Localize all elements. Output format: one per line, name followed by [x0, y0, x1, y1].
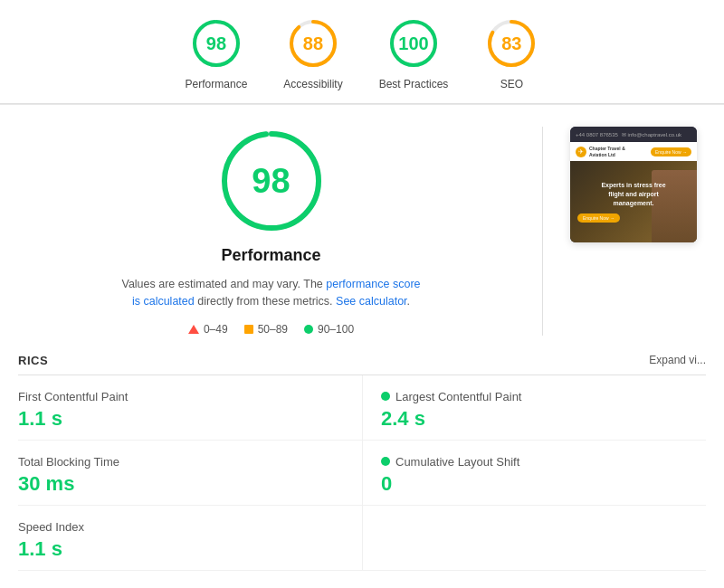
screenshot-phone: +44 0807 876535 [576, 132, 618, 138]
score-label-performance: Performance [186, 78, 248, 90]
screenshot-navbar: ✈ Chapter Travel &Aviation Ltd Enquire N… [570, 142, 697, 161]
fail-icon [188, 325, 199, 334]
fail-range: 0–49 [204, 323, 228, 336]
metric-lcp: Largest Contentful Paint 2.4 s [362, 375, 706, 441]
screenshot-hero-btn: Enquire Now → [577, 213, 620, 223]
desc-text1: Values are estimated and may vary. The [121, 278, 322, 290]
score-label-seo: SEO [500, 78, 523, 90]
screenshot-topbar: +44 0807 876535 ✉ info@chaptravel.co.uk [570, 127, 697, 142]
metric-cls-label: Cumulative Layout Shift [381, 455, 706, 469]
pass-icon [304, 325, 313, 334]
website-screenshot: +44 0807 876535 ✉ info@chaptravel.co.uk … [570, 127, 697, 242]
score-item-best-practices[interactable]: 100 Best Practices [379, 16, 449, 90]
metric-cls: Cumulative Layout Shift 0 [362, 441, 706, 506]
metric-si-value: 1.1 s [18, 537, 344, 561]
metric-lcp-dot [381, 392, 390, 401]
score-bar: 98 Performance 88 Accessibility 100 Best [0, 0, 724, 104]
score-value-accessibility: 88 [303, 33, 323, 54]
right-panel: +44 0807 876535 ✉ info@chaptravel.co.uk … [561, 127, 706, 336]
desc-text-mid: directly from these metrics. [197, 295, 332, 308]
score-item-accessibility[interactable]: 88 Accessibility [283, 16, 342, 90]
metrics-section: RICS Expand vi... First Contentful Paint… [0, 345, 724, 571]
metric-fcp-value: 1.1 s [18, 407, 344, 431]
screenshot-hero-text: Experts in stress freeflight and airport… [577, 181, 690, 207]
metrics-header: RICS Expand vi... [18, 345, 706, 375]
screenshot-hero: Experts in stress freeflight and airport… [570, 161, 697, 242]
calc-link[interactable]: See calculator [336, 295, 407, 308]
metrics-title: RICS [18, 354, 48, 367]
metric-fcp-label: First Contentful Paint [18, 390, 344, 403]
expand-view-link[interactable]: Expand vi... [649, 354, 706, 366]
average-range: 50–89 [258, 323, 288, 336]
legend-fail: 0–49 [188, 323, 228, 336]
legend-pass: 90–100 [304, 323, 354, 336]
big-score-value: 98 [252, 162, 290, 201]
score-label-best-practices: Best Practices [379, 78, 449, 90]
score-circle-accessibility: 88 [286, 16, 340, 71]
metric-tbt: Total Blocking Time 30 ms [18, 441, 362, 506]
metrics-grid: First Contentful Paint 1.1 s Largest Con… [18, 375, 706, 571]
metric-tbt-value: 30 ms [18, 472, 344, 496]
big-score-circle: 98 [217, 127, 326, 235]
metric-si-label: Speed Index [18, 520, 344, 534]
score-circle-performance: 98 [189, 16, 243, 71]
metric-si: Speed Index 1.1 s [18, 506, 362, 571]
average-icon [244, 325, 253, 334]
metric-fcp: First Contentful Paint 1.1 s [18, 375, 362, 441]
perf-description: Values are estimated and may vary. The p… [118, 276, 425, 310]
metric-placeholder [362, 506, 706, 571]
metric-lcp-value: 2.4 s [381, 407, 706, 431]
score-circle-seo: 83 [484, 16, 538, 71]
left-panel: 98 Performance Values are estimated and … [18, 127, 524, 336]
perf-title: Performance [221, 246, 320, 265]
score-item-performance[interactable]: 98 Performance [186, 16, 248, 90]
score-value-seo: 83 [501, 33, 521, 54]
screenshot-email: ✉ info@chaptravel.co.uk [622, 131, 681, 138]
metric-cls-dot [381, 457, 390, 466]
score-value-performance: 98 [206, 33, 226, 54]
metric-lcp-label: Largest Contentful Paint [381, 390, 706, 403]
score-circle-best-practices: 100 [386, 16, 441, 71]
screenshot-logo-text: Chapter Travel &Aviation Ltd [589, 146, 625, 157]
metric-cls-value: 0 [381, 472, 706, 496]
legend-average: 50–89 [244, 323, 288, 336]
panel-divider [542, 127, 543, 336]
score-legend: 0–49 50–89 90–100 [188, 323, 354, 336]
pass-range: 90–100 [318, 323, 354, 336]
main-content: 98 Performance Values are estimated and … [0, 105, 724, 345]
score-item-seo[interactable]: 83 SEO [484, 16, 538, 90]
screenshot-logo-icon: ✈ [576, 147, 586, 157]
desc-end: . [407, 295, 410, 308]
score-value-best-practices: 100 [398, 33, 428, 54]
screenshot-cta-btn: Enquire Now → [651, 147, 691, 156]
metric-tbt-label: Total Blocking Time [18, 455, 344, 469]
score-label-accessibility: Accessibility [283, 78, 342, 90]
